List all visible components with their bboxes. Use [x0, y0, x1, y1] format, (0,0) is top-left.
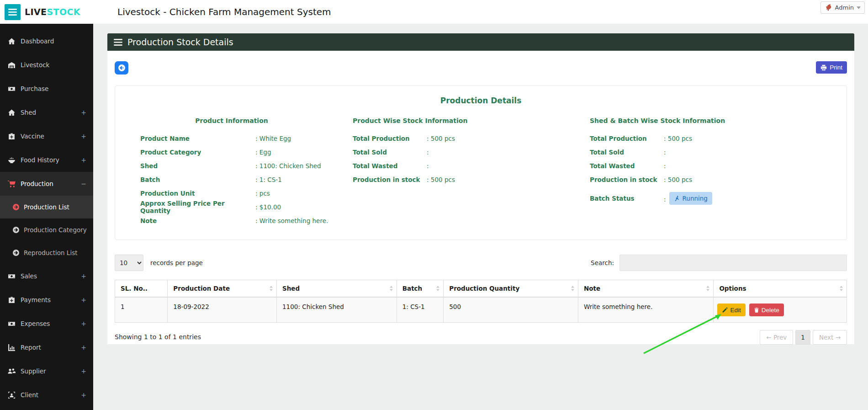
details-label: Total Wasted [353, 162, 427, 170]
details-label: Batch Status [590, 195, 664, 202]
sort-icon [571, 285, 575, 292]
details-label: Total Production [353, 135, 427, 142]
details-value: : Egg [255, 149, 271, 156]
cell-options: EditDelete [714, 297, 847, 323]
sidebar-subitem-label: Production Category [24, 226, 87, 234]
medkit-icon [7, 133, 16, 140]
sort-icon [389, 285, 393, 292]
sidebar-item-shed[interactable]: Shed+ [0, 101, 93, 124]
details-label: Production in stock [590, 176, 664, 183]
cell-shed: 1100: Chicken Shed [277, 297, 397, 323]
edit-button-label: Edit [730, 307, 741, 314]
column-header-batch[interactable]: Batch [397, 280, 444, 298]
sidebar: DashboardLivestockPurchaseShed+Vaccine+F… [0, 24, 93, 410]
back-button[interactable] [115, 61, 128, 75]
expand-plus-icon: + [81, 296, 86, 304]
sidebar-item-label: Livestock [21, 61, 49, 69]
column-header-shed[interactable]: Shed [277, 280, 397, 298]
panel-body: Print Production Details Product Informa… [107, 51, 854, 344]
sidebar-item-sales[interactable]: Sales+ [0, 264, 93, 288]
column-header-sl-no: SL. No.. [115, 280, 168, 298]
column-header-production-quantity[interactable]: Production Quantity [444, 280, 578, 298]
details-row-production-unit: Production Unit: pcs [140, 186, 353, 200]
column-header-note[interactable]: Note [578, 280, 714, 298]
details-value: : White Egg [255, 135, 291, 142]
sidebar-item-payments[interactable]: Payments+ [0, 288, 93, 312]
search-area: Search: [591, 255, 847, 271]
sidebar-subitem-label: Production List [24, 203, 69, 211]
details-value: : [427, 162, 429, 170]
money-icon [7, 320, 16, 328]
users-frame-icon [7, 391, 16, 399]
table-header-row: SL. No..Production DateShedBatchProducti… [115, 280, 847, 298]
sidebar-item-label: Food History [21, 156, 59, 164]
sidebar-item-livestock[interactable]: Livestock [0, 53, 93, 77]
details-value: : [664, 162, 666, 170]
sidebar-subitem-reproduction-list[interactable]: Reproduction List [0, 241, 93, 264]
cell-batch: 1: CS-1 [397, 297, 444, 323]
details-row-production-in-stock: Production in stock: 500 pcs [590, 173, 827, 186]
edit-button[interactable]: Edit [717, 304, 745, 316]
money-icon [7, 272, 16, 280]
sidebar-item-label: Purchase [21, 85, 48, 92]
details-section-heading: Shed & Batch Wise Stock Information [590, 117, 827, 124]
sidebar-item-dashboard[interactable]: Dashboard [0, 29, 93, 53]
records-per-page-label: records per page [150, 259, 203, 266]
expand-plus-icon: + [81, 320, 86, 327]
users-icon [7, 367, 16, 375]
column-header-label: Options [719, 285, 746, 292]
records-per-page-select[interactable]: 10 [115, 255, 143, 271]
panel-menu-icon [114, 39, 122, 46]
column-header-options[interactable]: Options [714, 280, 847, 298]
sidebar-item-label: Payments [21, 296, 51, 304]
showing-entries-text: Showing 1 to 1 of 1 entries [115, 333, 201, 341]
pagination-prev: ← Prev [760, 330, 793, 345]
topbar: LIVESTOCK Livestock - Chicken Farm Manag… [0, 0, 868, 24]
details-row-total-wasted: Total Wasted: [353, 159, 590, 173]
details-value: : 500 pcs [427, 176, 455, 183]
details-row-total-production: Total Production: 500 pcs [353, 132, 590, 145]
sidebar-item-client[interactable]: Client+ [0, 383, 93, 407]
column-header-production-date[interactable]: Production Date [168, 280, 277, 298]
admin-menu[interactable]: Admin [820, 1, 865, 14]
details-label: Approx Selling Price Per Quantity [140, 200, 255, 214]
sidebar-item-label: Client [21, 391, 38, 399]
pagination-1[interactable]: 1 [795, 330, 810, 345]
home-icon [7, 109, 16, 117]
details-value: : pcs [255, 190, 270, 197]
sidebar-item-purchase[interactable]: Purchase [0, 77, 93, 101]
sidebar-item-production[interactable]: Production− [0, 172, 93, 196]
column-header-label: Batch [402, 285, 422, 292]
sidebar-item-vaccine[interactable]: Vaccine+ [0, 124, 93, 148]
batch-status-label: Running [683, 195, 708, 202]
arrow-circle-icon [12, 203, 20, 211]
expand-plus-icon: + [81, 367, 86, 375]
sidebar-toggle-button[interactable] [5, 4, 21, 20]
money-icon [7, 85, 16, 93]
details-row-total-sold: Total Sold: [353, 145, 590, 159]
details-label: Total Sold [353, 149, 427, 156]
details-value: : [427, 149, 429, 156]
production-stock-details-panel: Production Stock Details Print Productio… [107, 33, 854, 344]
trash-icon [754, 307, 759, 313]
sidebar-item-food-history[interactable]: Food History+ [0, 148, 93, 172]
search-input[interactable] [619, 255, 847, 271]
sidebar-subitem-production-category[interactable]: Production Category [0, 218, 93, 241]
sort-icon [839, 285, 843, 292]
sidebar-item-report[interactable]: Report+ [0, 335, 93, 359]
sidebar-item-label: Production [21, 180, 53, 187]
print-button[interactable]: Print [816, 61, 847, 74]
admin-menu-label: Admin [835, 4, 854, 11]
expand-plus-icon: + [81, 344, 86, 351]
delete-button[interactable]: Delete [749, 304, 784, 316]
sidebar-item-supplier[interactable]: Supplier+ [0, 359, 93, 383]
column-header-label: Shed [282, 285, 300, 292]
details-row-batch: Batch: 1: CS-1 [140, 173, 353, 186]
chevron-down-icon [857, 6, 861, 9]
sidebar-subitem-production-list[interactable]: Production List [0, 196, 93, 218]
details-row-product-name: Product Name: White Egg [140, 132, 353, 145]
details-label: Total Wasted [590, 162, 664, 170]
farm-icon [7, 61, 16, 69]
details-value: :Running [664, 192, 712, 205]
sidebar-item-expenses[interactable]: Expenses+ [0, 312, 93, 335]
